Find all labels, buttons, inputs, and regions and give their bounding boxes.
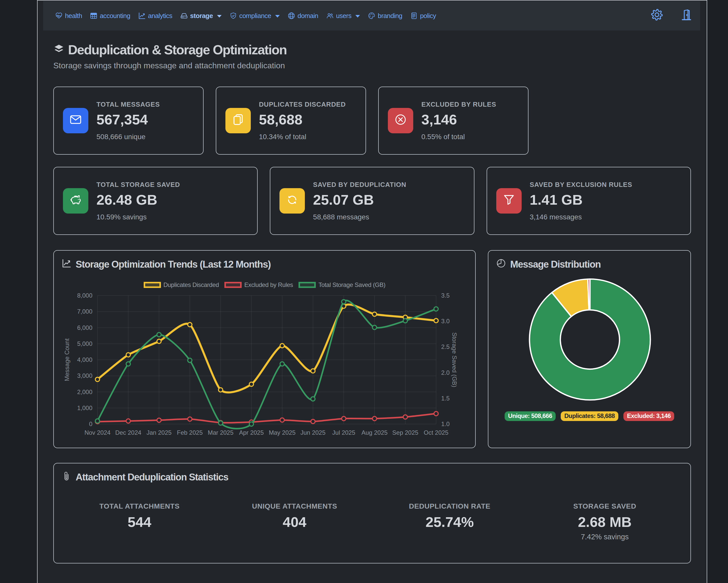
- nav-item-label: compliance: [239, 12, 271, 20]
- legend-swatch: [225, 282, 242, 288]
- attachment-stat-unique-attachments: Unique Attachments404: [217, 502, 372, 541]
- svg-text:Jul 2025: Jul 2025: [332, 429, 355, 436]
- attachment-stat-value: 544: [62, 513, 217, 531]
- attachment-stat-label: Storage Saved: [527, 502, 682, 510]
- distribution-badge-duplicates: Duplicates: 58,688: [561, 411, 618, 421]
- attachment-stat-value: 2.68 MB: [527, 513, 682, 531]
- nav-item-domain[interactable]: domain: [284, 12, 322, 20]
- nav-item-accounting[interactable]: accounting: [86, 12, 134, 20]
- distribution-card-title: Message Distribution: [510, 259, 601, 270]
- paperclip-icon: [62, 472, 71, 483]
- stat-value: 567,354: [97, 109, 160, 130]
- svg-text:Message Count: Message Count: [63, 338, 70, 381]
- door-open-icon: [680, 9, 692, 23]
- arrow-repeat-icon: [286, 194, 298, 208]
- pie-chart-icon: [496, 259, 505, 270]
- stat-subtext: 10.34% of total: [259, 132, 346, 142]
- svg-text:Aug 2025: Aug 2025: [361, 429, 388, 436]
- nav-item-branding[interactable]: branding: [364, 12, 406, 20]
- chevron-down-icon: [355, 15, 360, 18]
- attachment-stat-value: 404: [217, 513, 372, 531]
- nav-item-users[interactable]: users: [322, 12, 364, 20]
- legend-label: Duplicates Discarded: [163, 281, 219, 288]
- nav-item-label: storage: [190, 12, 213, 20]
- attachment-stat-subtext: 7.42% savings: [527, 533, 682, 541]
- graph-up-icon: [138, 12, 146, 19]
- hdd-icon: [180, 12, 188, 19]
- attachments-grid: Total Attachments544Unique Attachments40…: [62, 502, 682, 541]
- stat-label: Saved by Deduplication: [313, 179, 406, 190]
- nav-item-health[interactable]: health: [51, 12, 86, 20]
- page-title: Deduplication & Storage Optimization: [68, 42, 287, 57]
- piggy-bank-badge: [63, 188, 88, 213]
- stack-icon: [53, 47, 64, 56]
- page-header: Deduplication & Storage Optimization Sto…: [53, 42, 691, 70]
- attachment-stat-value: 25.74%: [372, 513, 527, 531]
- svg-text:3,000: 3,000: [77, 372, 93, 379]
- svg-text:0: 0: [89, 421, 93, 427]
- distribution-card: Message Distribution Unique: 508,666Dupl…: [488, 250, 691, 448]
- nav-item-label: domain: [297, 12, 318, 20]
- top-navbar: healthaccountinganalyticsstoragecomplian…: [43, 1, 700, 30]
- legend-swatch: [144, 282, 161, 288]
- svg-text:Feb 2025: Feb 2025: [177, 429, 203, 436]
- donut-slice-excluded[interactable]: [588, 279, 590, 310]
- stat-label: Excluded by Rules: [421, 99, 496, 109]
- nav-item-policy[interactable]: policy: [407, 12, 440, 20]
- x-circle-badge: [388, 108, 413, 133]
- stat-row-1: Total Messages567,354508,666 uniqueDupli…: [53, 86, 691, 155]
- stat-card-total-messages: Total Messages567,354508,666 unique: [53, 86, 204, 155]
- arrow-repeat-badge: [280, 188, 305, 213]
- stat-subtext: 508,666 unique: [97, 132, 160, 142]
- logout-button[interactable]: [680, 9, 692, 23]
- svg-text:Oct 2025: Oct 2025: [424, 429, 448, 436]
- svg-text:Apr 2025: Apr 2025: [239, 429, 264, 436]
- attachment-stat-label: Total Attachments: [62, 502, 217, 510]
- svg-text:7,000: 7,000: [77, 308, 93, 315]
- envelope-icon: [70, 113, 82, 128]
- svg-text:8,000: 8,000: [77, 292, 93, 299]
- gear-icon: [651, 9, 663, 23]
- page-subtitle: Storage savings through message and atta…: [53, 61, 691, 70]
- attachments-card: Attachment Deduplication Statistics Tota…: [53, 463, 691, 563]
- stat-label: Total Storage Saved: [97, 179, 180, 190]
- svg-text:3.5: 3.5: [441, 292, 449, 299]
- distribution-legend: Unique: 508,666Duplicates: 58,688Exclude…: [496, 411, 682, 421]
- graph-up-icon: [62, 259, 71, 270]
- svg-text:3.0: 3.0: [441, 318, 449, 325]
- funnel-badge: [496, 188, 522, 213]
- nav-item-compliance[interactable]: compliance: [226, 12, 284, 20]
- settings-button[interactable]: [651, 9, 663, 23]
- nav-actions: [651, 9, 692, 23]
- palette-icon: [368, 12, 375, 19]
- heart-pulse-icon: [55, 12, 62, 19]
- legend-item-excluded-by-rules[interactable]: Excluded by Rules: [225, 281, 293, 288]
- trend-line-chart: 01,0002,0003,0004,0005,0006,0007,0008,00…: [62, 288, 470, 441]
- nav-item-label: accounting: [100, 12, 130, 20]
- chevron-down-icon: [275, 15, 280, 18]
- svg-text:5,000: 5,000: [77, 340, 93, 347]
- screenshot-stage: healthaccountinganalyticsstoragecomplian…: [0, 0, 728, 583]
- legend-item-total-storage-saved-gb-[interactable]: Total Storage Saved (GB): [298, 281, 385, 288]
- stat-subtext: 58,688 messages: [313, 212, 406, 222]
- x-circle-icon: [394, 113, 407, 128]
- copy-badge: [226, 108, 251, 133]
- svg-text:6,000: 6,000: [77, 324, 93, 331]
- legend-swatch: [298, 282, 316, 288]
- nav-item-label: policy: [420, 12, 436, 20]
- svg-text:Jun 2025: Jun 2025: [301, 429, 326, 436]
- legend-item-duplicates-discarded[interactable]: Duplicates Discarded: [144, 281, 219, 288]
- globe-icon: [288, 12, 295, 19]
- svg-text:4,000: 4,000: [77, 356, 93, 363]
- nav-item-storage[interactable]: storage: [176, 12, 226, 20]
- stat-subtext: 3,146 messages: [530, 212, 632, 222]
- stat-value: 1.41 GB: [530, 190, 632, 210]
- stat-card-saved-by-deduplication: Saved by Deduplication25.07 GB58,688 mes…: [270, 167, 474, 235]
- chevron-down-icon: [217, 15, 222, 18]
- trend-legend: Duplicates DiscardedExcluded by RulesTot…: [62, 281, 467, 288]
- attachment-stat-label: Deduplication Rate: [372, 502, 527, 510]
- legend-label: Excluded by Rules: [244, 281, 293, 288]
- svg-text:Mar 2025: Mar 2025: [208, 429, 233, 436]
- piggy-bank-icon: [70, 194, 82, 208]
- nav-item-analytics[interactable]: analytics: [134, 12, 176, 20]
